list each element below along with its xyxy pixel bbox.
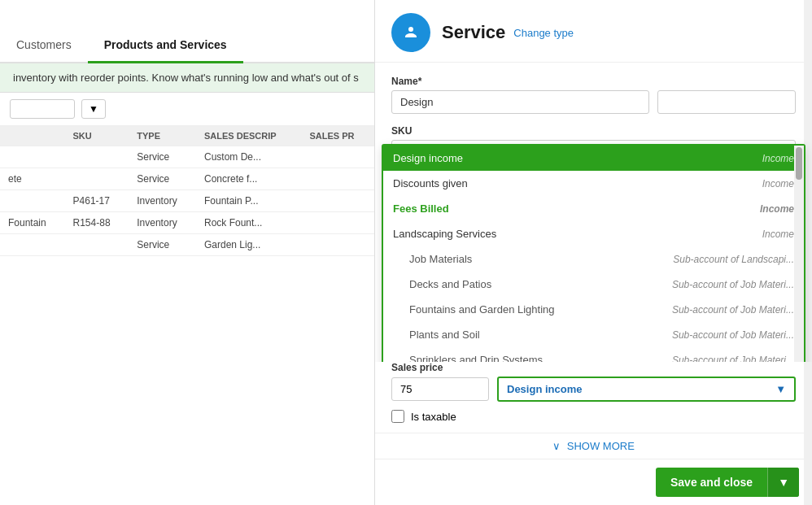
account-select[interactable]: Design income ▼ (497, 377, 796, 402)
table-row[interactable]: Service Custom De... (0, 146, 374, 168)
col-type: TYPE (129, 126, 196, 146)
row-price (302, 168, 374, 190)
item-category: Sub-account of Job Materi... (672, 279, 794, 290)
dropdown-item-fountains[interactable]: Fountains and Garden Lighting Sub-accoun… (383, 297, 804, 322)
filter-icon: ▼ (89, 103, 98, 115)
dropdown-item-plants[interactable]: Plants and Soil Sub-account of Job Mater… (383, 322, 804, 347)
toolbar: ▼ (0, 93, 374, 126)
svg-point-0 (408, 27, 413, 32)
item-name: Discounts given (393, 177, 762, 189)
row-price (302, 234, 374, 256)
show-more-arrow-icon: ∨ (552, 440, 561, 452)
row-desc: Rock Fount... (196, 212, 302, 234)
table-row[interactable]: Fountain R154-88 Inventory Rock Fount... (0, 212, 374, 234)
item-name: Decks and Patios (393, 278, 672, 290)
item-category: Sub-account of Job Materi... (672, 329, 794, 341)
col-sku: SKU (65, 126, 129, 146)
item-name: Fountains and Garden Lighting (393, 303, 672, 316)
search-input[interactable] (10, 99, 75, 119)
sales-price-input[interactable] (391, 377, 489, 401)
dropdown-item-landscaping[interactable]: Landscaping Services Income (383, 221, 804, 246)
dropdown-item-sprinklers[interactable]: Sprinklers and Drip Systems Sub-account … (383, 347, 804, 362)
left-panel: Customers Products and Services inventor… (0, 0, 374, 505)
panel-footer: Save and close ▼ (375, 459, 812, 505)
account-select-value: Design income (507, 383, 582, 395)
save-close-button[interactable]: Save and close ▼ (656, 468, 799, 497)
row-desc: Custom De... (196, 146, 302, 168)
table-row[interactable]: ete Service Concrete f... (0, 168, 374, 190)
row-sku (65, 168, 129, 190)
row-type: Inventory (129, 212, 196, 234)
panel-body: Name* SKU Category ✓ Sales information (375, 63, 812, 362)
tab-products[interactable]: Products and Services (88, 28, 243, 63)
item-name: Plants and Soil (393, 329, 672, 341)
dropdown-item-design-income[interactable]: Design income Income (383, 146, 804, 171)
tabs: Customers Products and Services (0, 0, 374, 63)
row-desc: Concrete f... (196, 168, 302, 190)
taxable-label: Is taxable (411, 411, 456, 423)
dropdown-item-discounts[interactable]: Discounts given Income (383, 171, 804, 196)
tab-customers[interactable]: Customers (0, 28, 88, 63)
row-sku (65, 234, 129, 256)
show-more-button[interactable]: ∨ SHOW MORE (375, 433, 812, 459)
row-type: Inventory (129, 190, 196, 212)
sku-label: SKU (391, 125, 796, 137)
item-category: Income (760, 203, 794, 215)
item-category: Sub-account of Landscapi... (673, 254, 794, 265)
table-row[interactable]: P461-17 Inventory Fountain P... (0, 190, 374, 212)
row-label (0, 234, 65, 256)
dropdown-item-decks[interactable]: Decks and Patios Sub-account of Job Mate… (383, 272, 804, 297)
name-group: Name* (391, 76, 796, 114)
dropdown-item-fees[interactable]: Fees Billed Income (383, 196, 804, 221)
row-label: Fountain (0, 212, 65, 234)
taxable-checkbox[interactable] (391, 410, 404, 423)
account-dropdown[interactable]: Design income Income Discounts given Inc… (382, 144, 805, 362)
item-category: Sub-account of Job Materi... (672, 355, 794, 363)
row-sku: P461-17 (65, 190, 129, 212)
row-label (0, 146, 65, 168)
table-row[interactable]: Service Garden Lig... (0, 234, 374, 256)
item-category: Income (762, 153, 794, 164)
table-header: SKU TYPE SALES DESCRIP SALES PR (0, 126, 374, 146)
row-type: Service (129, 146, 196, 168)
row-price (302, 212, 374, 234)
item-name: Fees Billed (393, 202, 760, 215)
row-desc: Garden Lig... (196, 234, 302, 256)
taxable-row: Is taxable (391, 410, 796, 423)
show-more-label: SHOW MORE (567, 440, 635, 452)
row-label (0, 190, 65, 212)
sales-price-label: Sales price (391, 362, 796, 373)
change-type-link[interactable]: Change type (513, 27, 574, 39)
service-title-area: Service Change type (442, 22, 574, 43)
name-input-secondary[interactable] (657, 90, 796, 114)
row-price (302, 146, 374, 168)
item-category: Income (762, 229, 794, 240)
service-panel: Service Change type Name* SKU Category (374, 0, 812, 505)
col-label (0, 126, 65, 146)
item-name: Job Materials (393, 253, 673, 265)
name-input[interactable] (391, 90, 649, 114)
save-close-label: Save and close (656, 468, 767, 497)
dropdown-list: Design income Income Discounts given Inc… (383, 146, 804, 362)
row-price (302, 190, 374, 212)
filter-button[interactable]: ▼ (81, 99, 106, 119)
item-name: Design income (393, 152, 762, 164)
row-type: Service (129, 234, 196, 256)
item-name: Landscaping Services (393, 228, 762, 240)
sales-price-row: Design income ▼ (391, 377, 796, 402)
service-title: Service (442, 22, 505, 43)
item-category: Sub-account of Job Materi... (672, 304, 794, 316)
save-close-arrow-icon[interactable]: ▼ (767, 468, 799, 497)
col-price: SALES PR (302, 126, 374, 146)
item-name: Sprinklers and Drip Systems (393, 354, 672, 362)
row-sku: R154-88 (65, 212, 129, 234)
row-sku (65, 146, 129, 168)
row-label: ete (0, 168, 65, 190)
item-category: Income (762, 178, 794, 189)
products-table: SKU TYPE SALES DESCRIP SALES PR Service … (0, 126, 374, 505)
dropdown-scrollbar-thumb[interactable] (796, 147, 802, 180)
dropdown-item-job-materials[interactable]: Job Materials Sub-account of Landscapi..… (383, 246, 804, 272)
row-type: Service (129, 168, 196, 190)
name-label: Name* (391, 76, 796, 87)
service-type-icon (391, 13, 430, 52)
